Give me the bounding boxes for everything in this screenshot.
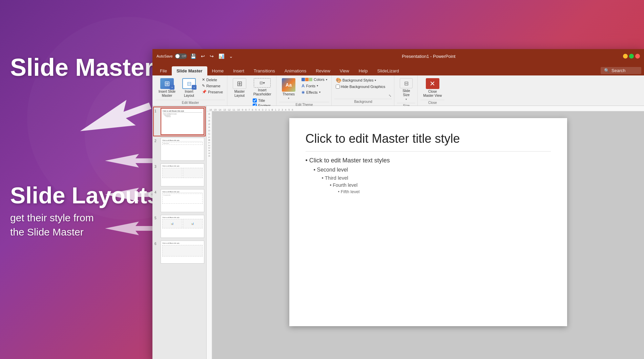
minimize-button[interactable] bbox=[623, 54, 628, 59]
hide-bg-graphics-checkbox[interactable] bbox=[336, 85, 340, 89]
search-icon: 🔍 bbox=[604, 68, 609, 73]
body-bullet-5[interactable]: • Fifth level bbox=[338, 189, 551, 194]
master-layout-button[interactable]: ⊞ MasterLayout bbox=[230, 77, 249, 99]
master-layout-group: ⊞ MasterLayout ⊟▾ InsertPlaceholder Titl… bbox=[228, 75, 276, 106]
insert-layout-button[interactable]: ⊟ + InsertLayout bbox=[180, 77, 199, 99]
slide-size-dropdown-icon: ▾ bbox=[406, 98, 407, 101]
slide-title-area: Click to edit Master title style bbox=[306, 132, 551, 152]
master-layout-label: MasterLayout bbox=[234, 90, 245, 98]
effects-dropdown-icon: ▾ bbox=[319, 91, 320, 94]
slide-body[interactable]: • Click to edit Master text styles • Sec… bbox=[306, 157, 551, 313]
tab-file[interactable]: File bbox=[155, 66, 172, 75]
undo-icon[interactable]: ↩ bbox=[200, 53, 206, 60]
themes-icon-text: Aa bbox=[286, 82, 292, 88]
slide-thumb-5[interactable]: 5 Click to edit Master title style 📊 📊 bbox=[154, 214, 205, 239]
close-button[interactable] bbox=[635, 54, 640, 59]
tab-view[interactable]: View bbox=[335, 66, 354, 75]
close-group-label: Close bbox=[420, 100, 444, 105]
preserve-button[interactable]: 📌 Preserve bbox=[200, 89, 225, 95]
body-bullet-1[interactable]: • Click to edit Master text styles bbox=[306, 157, 551, 164]
slide-thumb-3[interactable]: 3 Click to edit Master title style bbox=[154, 163, 205, 187]
delete-button[interactable]: ✕ Delete bbox=[200, 77, 225, 83]
colors-button[interactable]: Colors ▾ bbox=[299, 77, 329, 82]
main-slide-title[interactable]: Click to edit Master title style bbox=[306, 132, 551, 146]
left-panel: Slide Master bbox=[10, 54, 154, 84]
edit-theme-content: Aa Themes ▾ Colors ▾ bbox=[279, 77, 329, 101]
maximize-button[interactable] bbox=[629, 54, 634, 59]
slide-panel[interactable]: 1 Click to edit Master title style • Cli… bbox=[152, 106, 207, 359]
slide-master-btn-icon: ⊞ bbox=[164, 80, 170, 88]
ruler-and-content: ·8 ·7 ·6 ·5 ·4 ·3 ·2 ·1 0 1 2 3 4 5 6 bbox=[207, 111, 644, 359]
slide-thumb-1[interactable]: 1 Click to edit Master title style • Cli… bbox=[154, 107, 205, 136]
insert-placeholder-button[interactable]: ⊟▾ InsertPlaceholder bbox=[250, 77, 274, 98]
tab-home[interactable]: Home bbox=[207, 66, 229, 75]
close-master-view-button[interactable]: ✕ CloseMaster View bbox=[420, 77, 444, 99]
slide-size-button[interactable]: ⊟ SlideSize ▾ bbox=[397, 77, 415, 102]
slide-size-icon: ⊟ bbox=[400, 78, 413, 88]
tab-help[interactable]: Help bbox=[354, 66, 373, 75]
fonts-button[interactable]: A Fonts ▾ bbox=[299, 83, 329, 89]
delete-icon: ✕ bbox=[202, 77, 205, 82]
slide-thumb-img-2[interactable]: Click to edit Master title style Content… bbox=[161, 138, 204, 161]
body-bullet-4[interactable]: • Fourth level bbox=[330, 182, 551, 188]
insert-layout-icon: ⊟ + bbox=[182, 78, 196, 89]
edit-master-small-buttons: ✕ Delete ✎ Rename 📌 Preserve bbox=[200, 77, 225, 95]
main-view: ·16 ·15 ·14 ·13 ·12 ·11 ·10 ·9 ·8 ·7 ·6 … bbox=[207, 106, 644, 359]
main-slide[interactable]: Click to edit Master title style • Click… bbox=[289, 118, 567, 326]
themes-label: Themes bbox=[283, 92, 295, 96]
body-bullet-2[interactable]: • Second level bbox=[314, 167, 551, 173]
tab-slidelizard[interactable]: SlideLizard bbox=[373, 66, 404, 75]
colors-icon bbox=[302, 78, 312, 81]
master-layout-icon: ⊞ bbox=[233, 78, 246, 89]
fonts-icon: A bbox=[302, 83, 305, 88]
title-checkbox[interactable] bbox=[253, 98, 257, 103]
preserve-icon: 📌 bbox=[202, 90, 207, 94]
background-styles-button[interactable]: 🎨 Background Styles ▾ bbox=[334, 77, 387, 84]
hide-bg-graphics-item[interactable]: Hide Background Graphics bbox=[334, 84, 387, 89]
themes-dropdown-icon: ▾ bbox=[288, 97, 289, 100]
slide-thumb-img-1[interactable]: Click to edit Master title style • Click… bbox=[161, 108, 204, 135]
close-master-view-icon: ✕ bbox=[426, 78, 439, 89]
redo-icon[interactable]: ↪ bbox=[208, 53, 215, 60]
tab-animations[interactable]: Animations bbox=[280, 66, 311, 75]
background-styles-label: Background Styles bbox=[342, 78, 374, 82]
insert-slide-master-button[interactable]: ⊞ + Insert SlideMaster bbox=[156, 77, 178, 99]
slide-thumb-6[interactable]: 6 Click to edit Master title style bbox=[154, 240, 205, 264]
edit-master-content: ⊞ + Insert SlideMaster ⊟ + InsertLayout bbox=[156, 77, 225, 99]
title-checkbox-item[interactable]: Title bbox=[252, 98, 274, 103]
slide-num-6: 6 bbox=[154, 242, 159, 246]
slide-thumb-img-6[interactable]: Click to edit Master title style bbox=[161, 241, 204, 264]
insert-layout-label: InsertLayout bbox=[184, 90, 194, 98]
themes-icon: Aa bbox=[282, 78, 295, 92]
background-styles-dropdown-icon: ▾ bbox=[375, 79, 376, 82]
customize-icon[interactable]: ⌄ bbox=[228, 53, 234, 60]
background-dialog-expander[interactable]: ⤡ bbox=[388, 93, 392, 98]
effects-label: Effects bbox=[306, 90, 317, 94]
colors-dropdown-icon: ▾ bbox=[326, 78, 327, 81]
slide-thumb-4[interactable]: 4 Click to edit Master title style Text … bbox=[154, 188, 205, 213]
colors-label: Colors bbox=[314, 77, 325, 82]
autosave-toggle[interactable]: Off bbox=[175, 53, 187, 59]
rename-button[interactable]: ✎ Rename bbox=[200, 83, 225, 89]
slide-thumb-img-4[interactable]: Click to edit Master title style Text pl… bbox=[161, 189, 204, 212]
slide-num-5: 5 bbox=[154, 216, 159, 220]
slide-num-3: 3 bbox=[154, 165, 159, 169]
body-bullet-3[interactable]: • Third level bbox=[322, 175, 551, 181]
tab-review[interactable]: Review bbox=[311, 66, 335, 75]
effects-button[interactable]: ◉ Effects ▾ bbox=[299, 89, 329, 95]
window-controls bbox=[623, 54, 640, 59]
themes-button[interactable]: Aa Themes ▾ bbox=[279, 77, 298, 101]
close-content: ✕ CloseMaster View bbox=[420, 77, 444, 99]
tab-slide-master[interactable]: Slide Master bbox=[172, 66, 207, 75]
arrow-to-ppt-1 bbox=[78, 98, 152, 140]
slide-thumb-2[interactable]: 2 Click to edit Master title style Conte… bbox=[154, 137, 205, 161]
tab-transitions[interactable]: Transitions bbox=[249, 66, 280, 75]
tab-insert[interactable]: Insert bbox=[228, 66, 249, 75]
slide-num-1: 1 bbox=[154, 109, 159, 113]
ribbon-search-box[interactable]: 🔍 Search bbox=[601, 67, 641, 74]
save-icon[interactable]: 💾 bbox=[189, 53, 198, 60]
slide-thumb-img-3[interactable]: Click to edit Master title style bbox=[161, 163, 204, 186]
slide-master-title: Slide Master bbox=[10, 54, 154, 81]
slide-thumb-img-5[interactable]: Click to edit Master title style 📊 📊 bbox=[161, 215, 204, 238]
present-icon[interactable]: 📊 bbox=[217, 53, 226, 60]
